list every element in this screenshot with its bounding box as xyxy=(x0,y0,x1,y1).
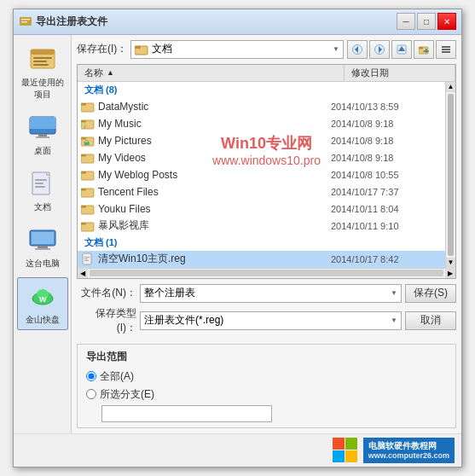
filename-text-field[interactable] xyxy=(144,287,391,299)
toolbar-buttons xyxy=(347,40,456,59)
cancel-button[interactable]: 取消 xyxy=(405,311,456,330)
file-date: 2014/10/17 7:37 xyxy=(331,187,442,197)
horizontal-scrollbar[interactable]: ◀ ▶ xyxy=(78,268,455,278)
svg-rect-57 xyxy=(81,206,86,208)
file-list-body: 文档 (8) DataMystic 2014/10/13 8:59 ♪ xyxy=(78,82,445,268)
title-bar: 导出注册表文件 ─ □ ✕ xyxy=(14,9,461,35)
svg-rect-6 xyxy=(33,61,47,62)
scroll-right-arrow[interactable]: ▶ xyxy=(445,268,455,278)
top-bar: 保存在(I)： 文档 ▼ xyxy=(77,40,456,59)
scroll-h-thumb[interactable] xyxy=(90,270,443,276)
file-name: My Pictures xyxy=(98,135,331,147)
file-item-selected[interactable]: 清空Win10主页.reg 2014/10/17 8:42 xyxy=(78,251,445,268)
filename-input[interactable]: ▼ xyxy=(140,284,402,303)
scroll-down-arrow[interactable]: ▼ xyxy=(446,258,455,268)
scroll-thumb[interactable] xyxy=(448,94,454,256)
site-logo-line2: www.computer26.com xyxy=(368,451,449,461)
music-folder-icon: ♪ xyxy=(81,117,95,131)
selected-path-row xyxy=(101,405,447,422)
export-section-title: 导出范围 xyxy=(86,350,447,364)
dialog-icon xyxy=(19,15,32,28)
sort-arrow: ▲ xyxy=(107,68,114,77)
file-date: 2014/10/8 9:18 xyxy=(331,153,442,163)
file-name: My Weblog Posts xyxy=(98,169,331,181)
export-selected-label: 所选分支(E) xyxy=(100,387,154,402)
svg-rect-9 xyxy=(30,117,55,129)
bottom-form: 文件名(N)： ▼ 保存(S) 保存类型(I)： 注册表文件(*.reg) ▼ … xyxy=(77,284,456,339)
up-icon xyxy=(397,44,407,55)
windows-logo xyxy=(333,438,360,463)
file-item[interactable]: Tencent Files 2014/10/17 7:37 xyxy=(78,183,445,200)
svg-rect-7 xyxy=(33,64,49,66)
filetype-label: 保存类型(I)： xyxy=(77,306,136,335)
file-item[interactable]: Youku Files 2014/10/11 8:04 xyxy=(78,200,445,218)
location-dropdown[interactable]: 文档 ▼ xyxy=(130,40,344,59)
filename-row: 文件名(N)： ▼ 保存(S) xyxy=(77,284,456,303)
sidebar-item-cloud[interactable]: W 金山快盘 xyxy=(17,277,68,330)
maximize-button[interactable]: □ xyxy=(417,13,436,30)
sidebar-item-computer[interactable]: 这台电脑 xyxy=(17,221,68,274)
filetype-value: 注册表文件(*.reg) xyxy=(144,313,391,328)
file-name: 暴风影视库 xyxy=(98,218,331,233)
svg-text:W: W xyxy=(39,295,47,304)
back-button[interactable] xyxy=(347,40,368,59)
export-all-row: 全部(A) xyxy=(86,369,447,384)
svg-rect-4 xyxy=(31,49,55,55)
sidebar-item-docs[interactable]: 文档 xyxy=(17,165,68,218)
group-header-1: 文档 (8) xyxy=(78,82,445,98)
file-date: 2014/10/11 9:10 xyxy=(331,221,442,231)
sidebar-item-desktop[interactable]: 桌面 xyxy=(17,108,68,161)
view-button[interactable] xyxy=(436,40,456,59)
folder-icon xyxy=(81,151,95,165)
svg-rect-16 xyxy=(35,183,43,184)
file-item[interactable]: 暴风影视库 2014/10/11 9:10 xyxy=(78,218,445,235)
svg-rect-63 xyxy=(84,258,88,259)
svg-rect-28 xyxy=(135,46,141,49)
svg-rect-20 xyxy=(38,246,48,248)
save-button[interactable]: 保存(S) xyxy=(405,284,456,303)
col-header-name[interactable]: 名称 ▲ xyxy=(78,65,345,81)
file-name: My Videos xyxy=(98,152,331,164)
sidebar-item-recent[interactable]: 最近使用的项目 xyxy=(17,40,68,105)
export-all-radio[interactable] xyxy=(86,371,96,381)
file-name: DataMystic xyxy=(98,101,331,113)
svg-rect-36 xyxy=(419,47,423,49)
main-content: 保存在(I)： 文档 ▼ xyxy=(72,35,461,433)
sidebar-label-cloud: 金山快盘 xyxy=(26,314,60,326)
file-item[interactable]: DataMystic 2014/10/13 8:59 xyxy=(78,98,445,115)
location-value: 文档 xyxy=(152,42,333,56)
svg-rect-66 xyxy=(345,438,357,450)
location-label: 保存在(I)： xyxy=(77,42,127,56)
svg-rect-62 xyxy=(84,257,90,258)
filetype-dropdown[interactable]: 注册表文件(*.reg) ▼ xyxy=(140,311,402,330)
file-item[interactable]: My Videos 2014/10/8 9:18 xyxy=(78,149,445,166)
scroll-left-arrow[interactable]: ◀ xyxy=(78,268,88,278)
scroll-up-arrow[interactable]: ▲ xyxy=(446,82,455,92)
file-item[interactable]: My Weblog Posts 2014/10/8 10:55 xyxy=(78,166,445,183)
minimize-button[interactable]: ─ xyxy=(397,13,415,30)
filetype-dropdown-arrow[interactable]: ▼ xyxy=(391,316,397,324)
export-all-label: 全部(A) xyxy=(100,369,134,384)
file-name: My Music xyxy=(98,118,331,130)
folder-icon xyxy=(81,185,95,199)
reg-file-icon xyxy=(81,253,95,266)
file-item[interactable]: ♪ My Music 2014/10/8 9:18 xyxy=(78,115,445,132)
selected-path-field[interactable] xyxy=(101,405,272,422)
filename-dropdown-arrow[interactable]: ▼ xyxy=(391,289,397,297)
file-name: 清空Win10主页.reg xyxy=(98,252,331,266)
file-item[interactable]: 🏔 My Pictures 2014/10/8 9:18 xyxy=(78,132,445,149)
close-button[interactable]: ✕ xyxy=(437,13,456,30)
group-header-2: 文档 (1) xyxy=(78,235,445,251)
forward-button[interactable] xyxy=(369,40,390,59)
col-header-date[interactable]: 修改日期 xyxy=(345,65,455,81)
vertical-scrollbar[interactable]: ▲ ▼ xyxy=(445,82,455,268)
bottom-bar: 电脑软硬件教程网 www.computer26.com xyxy=(14,433,461,467)
file-name: Tencent Files xyxy=(98,186,331,198)
new-folder-button[interactable] xyxy=(414,40,434,59)
filetype-row: 保存类型(I)： 注册表文件(*.reg) ▼ 取消 xyxy=(77,306,456,335)
export-selected-radio[interactable] xyxy=(86,389,96,399)
svg-rect-53 xyxy=(81,171,86,174)
svg-rect-10 xyxy=(38,134,47,136)
dialog-title: 导出注册表文件 xyxy=(36,15,107,29)
up-button[interactable] xyxy=(391,40,412,59)
